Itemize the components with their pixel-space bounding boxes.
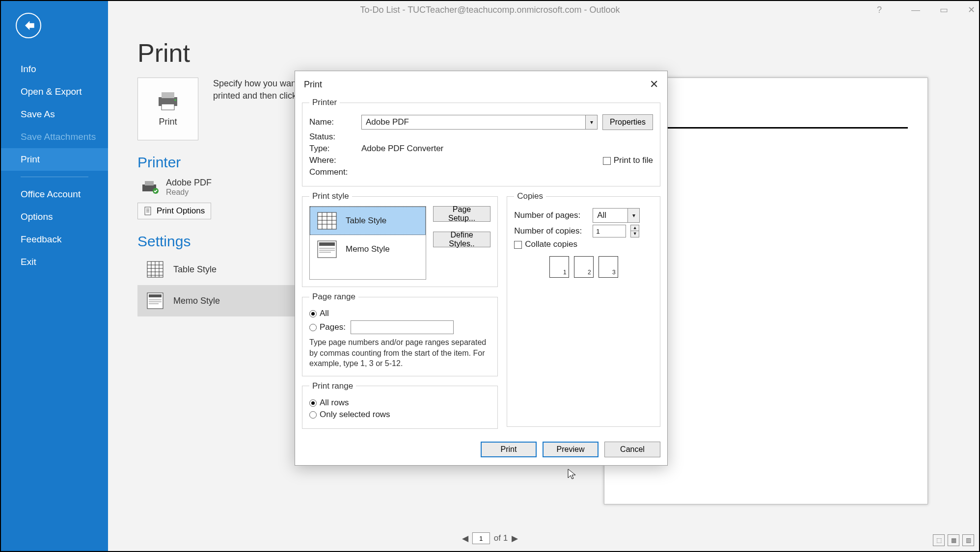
properties-button[interactable]: Properties (602, 114, 653, 130)
print-range-selected-rows-radio[interactable]: Only selected rows (309, 410, 390, 420)
spin-down-icon[interactable]: ▼ (631, 231, 639, 237)
maximize-icon[interactable]: ▭ (940, 4, 948, 15)
chevron-down-icon[interactable]: ▾ (585, 115, 597, 129)
btn-label: Cancel (620, 445, 645, 454)
separator (21, 177, 88, 177)
zoom-controls: ⬚ ▦ ▥ (933, 534, 974, 546)
backstage-sidebar: Info Open & Export Save As Save Attachme… (1, 1, 108, 551)
settings-item-table-style[interactable]: Table Style (137, 254, 295, 285)
printer-icon (141, 181, 159, 194)
sidebar-item-feedback[interactable]: Feedback (1, 228, 108, 251)
memo-style-icon (317, 240, 337, 258)
style-item-table[interactable]: Table Style (310, 207, 426, 235)
current-page-input[interactable] (472, 532, 490, 544)
style-item-label: Memo Style (346, 244, 390, 254)
page-of-text: of 1 (494, 533, 508, 543)
print-big-button-label: Print (159, 117, 177, 127)
settings-item-memo-style[interactable]: Memo Style (137, 285, 295, 316)
group-legend: Print style (309, 191, 352, 201)
comment-label: Comment: (309, 167, 356, 177)
copies-spinner[interactable]: ▲▼ (630, 225, 639, 237)
close-icon[interactable]: ✕ (650, 78, 658, 91)
where-label: Where: (309, 156, 356, 165)
page-range-all-radio[interactable]: All (309, 309, 329, 318)
sidebar-label: Exit (21, 257, 36, 267)
prev-page-icon[interactable]: ◀ (462, 533, 468, 544)
printer-group: Printer Name: Adobe PDF ▾ Properties Sta… (302, 98, 660, 186)
chevron-down-icon[interactable]: ▾ (627, 209, 639, 222)
btn-label: Preview (557, 445, 585, 454)
print-range-all-rows-radio[interactable]: All rows (309, 398, 349, 408)
group-legend: Print range (309, 381, 356, 391)
radio-icon (309, 399, 317, 407)
svg-rect-1 (162, 92, 174, 98)
btn-label: Print (501, 445, 517, 454)
sidebar-item-info[interactable]: Info (1, 58, 108, 80)
sidebar-item-exit[interactable]: Exit (1, 251, 108, 273)
style-item-memo[interactable]: Memo Style (310, 235, 426, 263)
copies-group: Copies Number of pages: All ▾ Number of … (507, 191, 660, 427)
printer-name-combo[interactable]: Adobe PDF ▾ (361, 115, 598, 130)
table-style-icon (147, 261, 163, 278)
radio-label: All (320, 309, 329, 318)
sidebar-item-options[interactable]: Options (1, 206, 108, 228)
sidebar-item-open-export[interactable]: Open & Export (1, 80, 108, 103)
spin-up-icon[interactable]: ▲ (631, 225, 639, 231)
table-style-icon (317, 212, 337, 230)
svg-rect-2 (162, 104, 174, 110)
page-setup-button[interactable]: Page Setup... (433, 206, 490, 222)
help-icon[interactable]: ? (877, 5, 882, 15)
print-range-group: Print range All rows Only selected rows (302, 381, 498, 429)
dialog-preview-button[interactable]: Preview (543, 442, 599, 457)
svg-rect-13 (319, 242, 335, 246)
back-button[interactable] (16, 13, 41, 38)
printer-selector[interactable]: Adobe PDF Ready (137, 175, 295, 200)
print-options-label: Print Options (157, 206, 205, 216)
page-range-hint: Type page numbers and/or page ranges sep… (309, 337, 490, 369)
dialog-cancel-button[interactable]: Cancel (604, 442, 660, 457)
radio-label: Pages: (320, 322, 346, 332)
checkbox-icon (514, 241, 522, 249)
define-styles-button[interactable]: Define Styles.. (433, 232, 490, 247)
sidebar-label: Print (21, 154, 40, 164)
settings-item-label: Table Style (173, 264, 217, 275)
multi-page-icon[interactable]: ▥ (962, 534, 974, 546)
sidebar-label: Save Attachments (21, 131, 96, 142)
sidebar-label: Options (21, 211, 53, 222)
checkbox-label: Print to file (614, 156, 653, 165)
svg-rect-7 (145, 207, 151, 215)
settings-item-label: Memo Style (173, 296, 220, 306)
one-page-icon[interactable]: ▦ (948, 534, 959, 546)
style-list[interactable]: Table Style Memo Style (309, 206, 426, 280)
page-range-pages-radio[interactable]: Pages: (309, 322, 346, 332)
actual-size-icon[interactable]: ⬚ (933, 534, 945, 546)
collate-checkbox[interactable]: Collate copies (514, 239, 577, 249)
btn-label: Page Setup... (440, 205, 483, 223)
group-legend: Printer (309, 98, 340, 107)
window-controls: ? — ▭ ✕ (877, 1, 975, 19)
combo-value: Adobe PDF (366, 117, 409, 127)
print-options-button[interactable]: Print Options (137, 203, 211, 219)
sidebar-item-print[interactable]: Print (1, 148, 108, 171)
radio-icon (309, 324, 317, 331)
memo-style-icon (147, 292, 163, 309)
print-big-button[interactable]: Print (137, 78, 198, 140)
sidebar-item-office-account[interactable]: Office Account (1, 183, 108, 206)
sidebar-item-save-as[interactable]: Save As (1, 103, 108, 126)
minimize-icon[interactable]: — (911, 5, 920, 15)
pages-input[interactable] (351, 320, 454, 334)
sidebar-label: Info (21, 64, 36, 74)
radio-label: All rows (320, 398, 349, 407)
checkbox-icon (603, 157, 611, 165)
collate-illustration: 1 2 3 (514, 256, 653, 278)
dialog-print-button[interactable]: Print (481, 442, 537, 457)
radio-icon (309, 411, 317, 419)
close-window-icon[interactable]: ✕ (968, 4, 975, 15)
num-copies-input[interactable] (593, 225, 626, 237)
num-pages-combo[interactable]: All ▾ (593, 208, 640, 223)
print-to-file-checkbox[interactable]: Print to file (603, 156, 653, 165)
next-page-icon[interactable]: ▶ (512, 533, 518, 544)
window-title: To-Do List - TUCTeacher@teachucomp.onmic… (360, 5, 620, 15)
num-copies-label: Number of copies: (514, 226, 588, 236)
print-dialog: Print ✕ Printer Name: Adobe PDF ▾ Proper… (295, 71, 668, 466)
